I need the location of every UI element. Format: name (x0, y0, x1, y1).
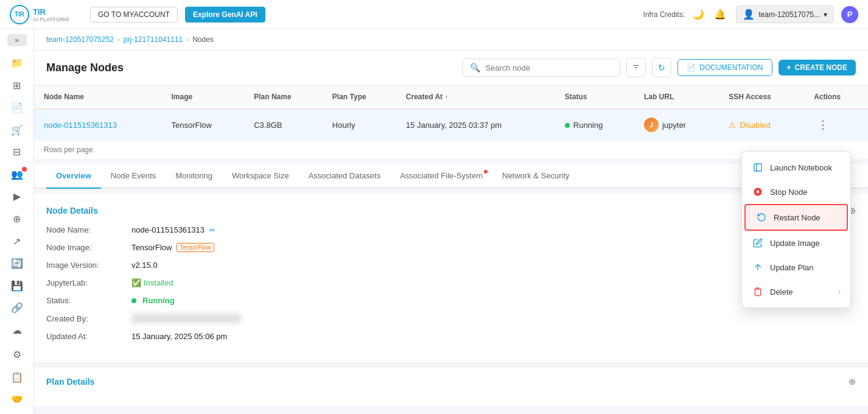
node-name-link[interactable]: node-011515361313 (44, 121, 117, 130)
documentation-button[interactable]: 📄 DOCUMENTATION (677, 59, 772, 76)
sidebar-item-dashboard[interactable]: ⊞ (5, 75, 29, 96)
node-name-value: node-011515361313 (131, 225, 205, 234)
status-running-dot (131, 298, 136, 303)
page-title: Manage Nodes (46, 61, 462, 74)
sidebar-item-team[interactable]: 👥 (5, 164, 29, 184)
breadcrumb-project[interactable]: prj-121711041111 (124, 35, 183, 44)
actions-menu-button[interactable]: ⋮ (814, 117, 832, 133)
chevron-right-icon: › (838, 287, 841, 296)
check-circle-icon: ✅ (131, 278, 141, 287)
sidebar-toggle[interactable]: » (7, 34, 27, 46)
sidebar-item-link[interactable]: 🔗 (5, 298, 29, 318)
logo-subtitle: AI PLATFORM (33, 16, 69, 23)
edit-node-name-icon[interactable]: ✏ (209, 226, 215, 234)
filesystem-dot (484, 170, 488, 174)
node-lab-url: J jupyter (634, 109, 719, 141)
create-label: CREATE NODE (795, 63, 847, 72)
node-actions: ⋮ (804, 109, 868, 141)
dropdown-update-plan[interactable]: Update Plan (742, 255, 850, 279)
user-menu[interactable]: 👤 team-120517075... ▾ (736, 5, 834, 23)
sidebar-item-plus-grid[interactable]: ⊕ (5, 209, 29, 229)
detail-created-by: Created By: (46, 314, 856, 323)
search-input[interactable] (485, 63, 612, 72)
notebook-icon (752, 161, 764, 174)
tab-associated-datasets[interactable]: Associated Datasets (299, 164, 391, 189)
col-actions: Actions (804, 85, 868, 109)
search-box: 🔍 (462, 58, 620, 77)
dropdown-update-image[interactable]: Update Image (742, 231, 850, 255)
jupyter-label: jupyter (662, 121, 686, 130)
sidebar-item-refresh[interactable]: 🔄 (5, 253, 29, 273)
detail-status: Status: Running (46, 296, 856, 305)
doc-label: DOCUMENTATION (699, 63, 763, 72)
svg-rect-3 (754, 164, 761, 171)
go-to-myaccount-button[interactable]: GO TO MYACCOUNT (90, 7, 178, 23)
avatar[interactable]: P (841, 6, 858, 23)
dropdown-delete[interactable]: Delete › (742, 279, 850, 304)
stop-icon (752, 186, 764, 198)
sidebar-item-marketplace[interactable]: 🛒 (5, 120, 29, 140)
sidebar-item-files[interactable]: 📁 (5, 54, 29, 74)
trash-icon (752, 286, 764, 298)
sidebar-item-play[interactable]: ▶ (5, 187, 29, 207)
tab-overview[interactable]: Overview (46, 164, 101, 189)
dropdown-restart-node[interactable]: Restart Node (744, 204, 848, 231)
dropdown-stop-node[interactable]: Stop Node (742, 180, 850, 204)
sidebar-item-nodes[interactable]: 📄 (5, 98, 29, 118)
breadcrumb-team[interactable]: team-120517075252 (46, 35, 114, 44)
page-header: Manage Nodes 🔍 ↻ 📄 DOCUMENTATION + (34, 51, 868, 85)
col-ssh-access: SSH Access (719, 85, 804, 109)
tab-network-security[interactable]: Network & Security (492, 164, 579, 189)
restart-node-label: Restart Node (774, 213, 821, 222)
col-lab-url: Lab URL (634, 85, 719, 109)
sidebar-item-settings[interactable]: ⚙ (5, 345, 29, 365)
logo-icon: TIR (10, 5, 29, 24)
sidebar-item-logs[interactable]: 📋 (5, 367, 29, 387)
theme-toggle-icon[interactable]: 🌙 (692, 9, 704, 20)
sidebar-item-collaborate[interactable]: 🤝 (5, 389, 29, 409)
refresh-button[interactable]: ↻ (652, 58, 671, 77)
breadcrumb-sep-2: › (186, 35, 189, 44)
detail-node-image: Node Image: TensorFlow TensorFlow (46, 243, 856, 252)
col-plan-type: Plan Type (323, 85, 396, 109)
user-name: team-120517075... (758, 10, 820, 19)
infra-credits-label: Infra Credits: (643, 10, 685, 19)
node-ssh-access: ⚠ Disabled (719, 109, 804, 141)
node-status: Running (555, 109, 634, 141)
jupyterlab-value: ✅ Installed (131, 278, 173, 287)
col-image: Image (162, 85, 245, 109)
notifications-icon[interactable]: 🔔 (714, 9, 726, 20)
node-plan-name: C3.8GB (244, 109, 323, 141)
tab-monitoring[interactable]: Monitoring (166, 164, 222, 189)
node-created-at: 15 January, 2025 03:37 pm (396, 109, 555, 141)
explore-genai-button[interactable]: Explore GenAI API (185, 7, 265, 23)
plan-details-title: Plan Details ⊕ (46, 377, 856, 387)
status-dot (565, 123, 570, 128)
dropdown-launch-notebook[interactable]: Launch Notebook (742, 155, 850, 180)
node-details-title: Node Details ⊕ (46, 206, 856, 216)
filter-button[interactable] (626, 58, 646, 77)
jupyter-icon: J (644, 118, 659, 132)
sidebar-item-cloud[interactable]: ☁ (5, 320, 29, 340)
sidebar-item-save[interactable]: 💾 (5, 276, 29, 296)
status-value: Running (131, 296, 175, 305)
tab-associated-filesystem[interactable]: Associated File-System (390, 164, 492, 189)
sidebar-item-table[interactable]: ⊟ (5, 142, 29, 163)
plan-expand-icon[interactable]: ⊕ (849, 377, 856, 387)
plus-icon: + (787, 63, 791, 72)
ssh-disabled-badge: ⚠ Disabled (729, 121, 794, 130)
created-by-value (131, 314, 241, 323)
tab-workspace-size[interactable]: Workspace Size (222, 164, 299, 189)
actions-dropdown: Launch Notebook Stop Node Restart Node U… (741, 151, 851, 308)
sort-icon: ↑ (444, 93, 448, 100)
chevron-down-icon: ▾ (824, 10, 827, 19)
sidebar-item-deploy[interactable]: ↗ (5, 231, 29, 251)
launch-notebook-label: Launch Notebook (770, 163, 832, 172)
table-row: node-011515361313 TensorFlow C3.8GB Hour… (34, 109, 868, 141)
svg-rect-6 (757, 191, 759, 193)
tab-node-events[interactable]: Node Events (101, 164, 166, 189)
nodes-table-container: Node Name Image Plan Name Plan Type Crea… (34, 85, 868, 159)
col-created-at[interactable]: Created At ↑ (396, 85, 555, 109)
nodes-table: Node Name Image Plan Name Plan Type Crea… (34, 85, 868, 141)
create-node-button[interactable]: + CREATE NODE (779, 60, 856, 75)
